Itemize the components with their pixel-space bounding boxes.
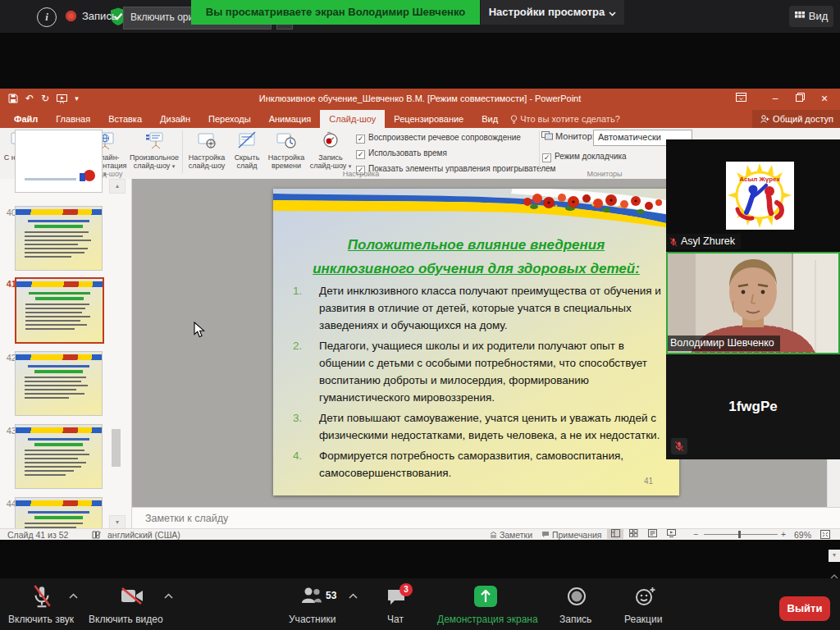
chevron-up-icon[interactable] bbox=[164, 593, 173, 599]
tab-home[interactable]: Главная bbox=[47, 110, 99, 128]
zoom-in-button[interactable]: + bbox=[781, 529, 786, 539]
item-number: 3. bbox=[293, 409, 319, 444]
thumbnail-scrollbar-thumb[interactable] bbox=[112, 429, 121, 467]
item-text: Педагоги, учащиеся школы и их родители п… bbox=[319, 337, 667, 406]
spellcheck-icon[interactable] bbox=[92, 531, 101, 539]
thumbnail-slide-39-partial[interactable] bbox=[15, 130, 103, 193]
participant-name-tag: Володимир Шевченко bbox=[668, 336, 780, 351]
slide-title-line2: инклюзивного обучения для здоровых детей… bbox=[281, 257, 671, 281]
slide-title: Положительное влияние внедрения инклюзив… bbox=[281, 233, 671, 281]
muted-camera-icon[interactable] bbox=[120, 587, 144, 606]
chevron-up-icon[interactable] bbox=[349, 593, 358, 599]
video-tile-asyl-zhurek[interactable]: Асыл Жүрек Asyl Zhurek bbox=[666, 139, 840, 252]
zoom-slider-thumb[interactable] bbox=[738, 531, 741, 538]
record-slideshow-button[interactable]: Запись слайд-шоу bbox=[308, 130, 353, 171]
zoom-out-button[interactable]: − bbox=[693, 529, 698, 539]
share-screen-button[interactable]: Демонстрация экрана bbox=[437, 614, 538, 625]
reactions-icon[interactable] bbox=[635, 587, 656, 606]
check-use-timings[interactable]: Использовать время bbox=[356, 148, 447, 161]
viewing-banner: Вы просматриваете экран Володимир Шевчен… bbox=[191, 0, 480, 25]
slide-header-flag-ribbon bbox=[273, 189, 679, 230]
thumbnail-slide-41-selected[interactable] bbox=[15, 277, 104, 344]
unmute-button[interactable]: Включить звук bbox=[8, 614, 74, 625]
monitor-label: Монитор: bbox=[555, 131, 595, 141]
record-button[interactable]: Запись bbox=[559, 614, 591, 625]
list-item: 4.Формируется потребность саморазвития, … bbox=[293, 447, 670, 482]
close-button[interactable]: × bbox=[812, 89, 837, 110]
reading-view-button[interactable] bbox=[645, 529, 661, 539]
share-screen-icon[interactable] bbox=[474, 586, 497, 607]
slide-body-list: 1.Дети инклюзивного класса получают преи… bbox=[293, 282, 670, 485]
video-tile-1fwgpe[interactable]: 1fwgPe bbox=[666, 354, 840, 459]
slideshow-view-button[interactable] bbox=[664, 529, 680, 539]
participants-icon[interactable] bbox=[300, 587, 323, 605]
tab-animations[interactable]: Анимация bbox=[260, 110, 321, 128]
person-icon bbox=[760, 115, 769, 124]
participants-count: 53 bbox=[326, 590, 336, 601]
item-text: Формируется потребность саморазвития, са… bbox=[319, 447, 667, 482]
start-video-button[interactable]: Включить видео bbox=[89, 614, 163, 625]
chat-button[interactable]: Чат bbox=[387, 614, 404, 625]
custom-slideshow-icon bbox=[144, 130, 165, 152]
slide-sorter-view-button[interactable] bbox=[626, 529, 642, 539]
monitor-value: Автоматически bbox=[598, 132, 661, 142]
chevron-up-icon[interactable] bbox=[69, 593, 78, 599]
grid-view-icon bbox=[795, 11, 805, 21]
svg-text:Асыл Жүрек: Асыл Жүрек bbox=[739, 176, 780, 183]
participant-name: 1fwgPe bbox=[666, 399, 840, 415]
rehearse-timings-button[interactable]: Настройка времени bbox=[266, 130, 307, 170]
recording-label: Запись bbox=[82, 10, 117, 22]
minimize-button[interactable]: – bbox=[763, 89, 788, 110]
tab-view[interactable]: Вид bbox=[472, 110, 507, 128]
tab-file[interactable]: Файл bbox=[5, 110, 47, 128]
normal-view-button[interactable] bbox=[607, 529, 623, 539]
view-settings-button[interactable]: Настройки просмотра bbox=[481, 0, 624, 25]
notes-pane[interactable]: Заметки к слайду bbox=[132, 507, 840, 530]
tab-transitions[interactable]: Переходы bbox=[199, 110, 260, 128]
view-button[interactable]: Вид bbox=[789, 6, 833, 27]
share-button[interactable]: Общий доступ bbox=[752, 110, 840, 128]
restore-button[interactable] bbox=[788, 89, 812, 110]
scroll-down-button[interactable]: ▾ bbox=[829, 550, 840, 562]
thumbnail-slide-44-partial[interactable] bbox=[15, 497, 103, 530]
presenter-view-label: Режим докладчика bbox=[555, 152, 627, 161]
thumbnail-scroll-up-button[interactable]: ▴ bbox=[109, 179, 126, 194]
comments-toggle[interactable]: Примечания bbox=[541, 530, 602, 540]
zoom-level[interactable]: 69% bbox=[794, 530, 811, 540]
muted-mic-icon[interactable] bbox=[31, 585, 52, 609]
item-text: Дети повышают самоуважение, учатся ценит… bbox=[319, 409, 667, 444]
thumbnail-slide-40[interactable] bbox=[15, 206, 103, 271]
list-item: 1.Дети инклюзивного класса получают преи… bbox=[293, 282, 670, 334]
check-play-narrations[interactable]: Воспроизвести речевое сопровождение bbox=[356, 133, 521, 145]
window-title: Инклюзивное обучение_Шевченко В.М. [Режи… bbox=[0, 94, 840, 103]
setup-slideshow-button[interactable]: Настройка слайд-шоу bbox=[185, 130, 228, 170]
ribbon-tab-row: Файл Главная Вставка Дизайн Переходы Ани… bbox=[0, 110, 840, 128]
tell-me-box[interactable]: Что вы хотите сделать? bbox=[507, 110, 627, 128]
participants-button[interactable]: Участники bbox=[289, 614, 336, 625]
thumbnail-slide-43[interactable] bbox=[15, 424, 103, 489]
participant-name-tag: Asyl Zhurek bbox=[666, 234, 741, 249]
video-tile-volodymyr-shevchenko[interactable]: Володимир Шевченко bbox=[666, 252, 840, 354]
thumbnail-slide-42[interactable] bbox=[15, 351, 103, 416]
slide-thumbnail-panel: 40 41 42 43 bbox=[0, 179, 132, 529]
powerpoint-status-bar: Слайд 41 из 52 английский (США) Заметки … bbox=[0, 528, 840, 540]
record-icon[interactable] bbox=[567, 587, 587, 606]
fit-to-window-icon[interactable] bbox=[820, 530, 830, 539]
ribbon-options-button[interactable] bbox=[728, 89, 753, 110]
notes-toggle[interactable]: Заметки bbox=[490, 530, 532, 540]
reactions-button[interactable]: Реакции bbox=[624, 614, 662, 625]
custom-slideshow-button[interactable]: Произвольное слайд-шоу bbox=[128, 130, 180, 171]
tab-slideshow[interactable]: Слайд-шоу bbox=[320, 110, 385, 128]
tab-review[interactable]: Рецензирование bbox=[385, 110, 472, 128]
leave-button[interactable]: Выйти bbox=[779, 596, 830, 621]
current-slide[interactable]: Положительное влияние внедрения инклюзив… bbox=[273, 189, 679, 495]
zoom-slider-track[interactable] bbox=[704, 534, 778, 535]
info-icon[interactable]: i bbox=[37, 7, 57, 27]
check-presenter-view[interactable]: Режим докладчика bbox=[542, 152, 627, 164]
language-indicator[interactable]: английский (США) bbox=[107, 530, 180, 540]
tab-insert[interactable]: Вставка bbox=[99, 110, 151, 128]
hide-slide-label: Скрыть слайд bbox=[235, 153, 260, 170]
comments-toggle-label: Примечания bbox=[552, 530, 602, 540]
tab-design[interactable]: Дизайн bbox=[151, 110, 199, 128]
hide-slide-button[interactable]: Скрыть слайд bbox=[230, 130, 264, 170]
